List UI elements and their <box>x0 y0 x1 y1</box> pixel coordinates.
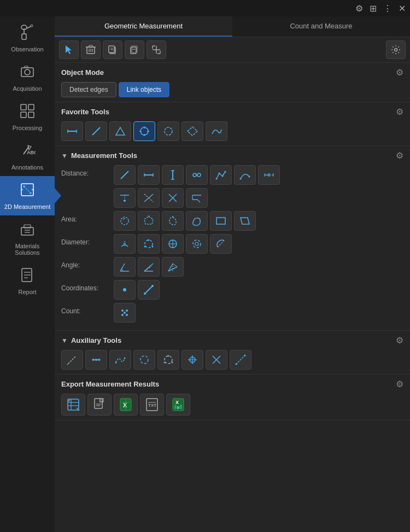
sidebar-item-materials-solutions[interactable]: Materials Solutions <box>0 215 55 261</box>
main-layout: Observation Acquisition P <box>0 16 410 532</box>
distance-callout-tool[interactable] <box>186 188 208 208</box>
area-rectangle-tool[interactable] <box>210 211 232 231</box>
svg-point-128 <box>121 309 124 312</box>
area-label: Area: <box>61 211 110 223</box>
diameter-concentric-tool[interactable] <box>186 234 208 254</box>
svg-point-75 <box>225 171 226 173</box>
paste-btn[interactable] <box>125 40 144 59</box>
fav-diagonal-tool[interactable] <box>85 121 107 141</box>
area-parallelogram-tool[interactable] <box>234 211 256 231</box>
object-mode-gear-icon[interactable]: ⚙ <box>396 67 403 78</box>
svg-line-133 <box>68 356 76 364</box>
export-doc-btn[interactable] <box>87 394 112 416</box>
sidebar-item-2d-measurement[interactable]: 2D Measurement <box>0 176 55 215</box>
sidebar-item-annotations[interactable]: ABC Annotations <box>0 137 55 176</box>
svg-rect-177 <box>180 405 182 409</box>
auxiliary-tools-collapse-arrow[interactable]: ▼ <box>61 337 68 344</box>
distance-line-tool[interactable] <box>114 165 136 185</box>
export-section: Export Measurement Results ⚙ <box>55 375 410 420</box>
measurement-tools-collapse-arrow[interactable]: ▼ <box>61 152 68 160</box>
fav-diamond-tool[interactable] <box>181 121 203 141</box>
svg-rect-9 <box>28 104 34 110</box>
svg-rect-37 <box>109 46 114 52</box>
diameter-arc-tool[interactable] <box>114 234 136 254</box>
svg-point-60 <box>165 127 172 135</box>
auxiliary-tools-gear-icon[interactable]: ⚙ <box>396 335 403 346</box>
fav-triangle-tool[interactable] <box>109 121 131 141</box>
favorite-tools-title: Favorite Tools <box>61 108 109 116</box>
distance-multi-tool[interactable] <box>258 165 280 185</box>
angle-3point-tool[interactable] <box>162 257 184 277</box>
select-tool-btn[interactable] <box>59 40 79 59</box>
angle-bisect-tool[interactable] <box>138 257 160 277</box>
coord-line-tool[interactable] <box>138 280 160 300</box>
distance-point-line-tool[interactable] <box>114 188 136 208</box>
export-filtered-btn[interactable] <box>61 394 85 416</box>
gear-icon[interactable]: ⚙ <box>355 3 363 14</box>
svg-point-127 <box>151 285 154 287</box>
svg-point-104 <box>124 243 126 245</box>
export-excel-btn[interactable]: X <box>114 394 138 416</box>
count-tools <box>114 303 403 323</box>
measurement-tools-section: ▼ Measurement Tools ⚙ Distance: <box>55 146 410 331</box>
area-polygon-tool[interactable] <box>138 211 160 231</box>
export-excel-chart-btn[interactable]: X <box>166 394 190 416</box>
aux-chain-tool[interactable] <box>109 350 131 370</box>
fav-circle-crosshair-tool[interactable] <box>133 121 155 141</box>
measurement-tools-gear-icon[interactable]: ⚙ <box>396 150 403 161</box>
export-gear-icon[interactable]: ⚙ <box>396 379 403 389</box>
svg-line-134 <box>67 364 68 365</box>
tab-geometric-measurement[interactable]: Geometric Measurement <box>55 16 232 37</box>
distance-angle-bisector-tool[interactable] <box>138 188 160 208</box>
more-icon[interactable]: ⋮ <box>383 3 392 14</box>
distance-polyline-tool[interactable] <box>210 165 232 185</box>
distance-curve-tool[interactable] <box>234 165 256 185</box>
aux-selection-circle-tool[interactable] <box>157 350 179 370</box>
grid-icon[interactable]: ⊞ <box>370 3 377 14</box>
aux-center-tool[interactable] <box>181 350 203 370</box>
favorite-tools-gear-icon[interactable]: ⚙ <box>396 107 403 117</box>
area-spline-tool[interactable] <box>162 211 184 231</box>
area-freehand-tool[interactable] <box>114 211 136 231</box>
fav-spline-tool[interactable] <box>206 121 227 141</box>
svg-line-125 <box>145 286 153 294</box>
close-icon[interactable]: ✕ <box>399 3 406 14</box>
distance-vertical-tool[interactable] <box>162 165 184 185</box>
sidebar-item-observation[interactable]: Observation <box>0 19 55 58</box>
sidebar-item-processing[interactable]: Processing <box>0 97 55 137</box>
export-txt-btn[interactable]: TXT <box>140 394 164 416</box>
area-ellipse-tool[interactable] <box>186 211 208 231</box>
angle-simple-tool[interactable] <box>114 257 136 277</box>
distance-chain-tool[interactable] <box>186 165 208 185</box>
diameter-tools <box>114 234 403 254</box>
svg-point-129 <box>126 309 128 312</box>
svg-point-73 <box>219 173 220 174</box>
distance-cross-tool[interactable] <box>162 188 184 208</box>
distance-horizontal-tool[interactable] <box>138 165 160 185</box>
diameter-circle-3pt-tool[interactable] <box>138 234 160 254</box>
aux-dashed-circle-tool[interactable] <box>133 350 155 370</box>
svg-rect-7 <box>25 66 28 68</box>
aux-cross-tool[interactable] <box>206 350 227 370</box>
measurement-tools-title: ▼ Measurement Tools <box>61 151 137 160</box>
fav-line-tool[interactable] <box>61 121 83 141</box>
resize-btn[interactable] <box>147 40 166 59</box>
aux-ruler-tool[interactable] <box>61 350 83 370</box>
diameter-circle-center-tool[interactable] <box>162 234 184 254</box>
fav-open-circle-tool[interactable] <box>157 121 179 141</box>
count-label: Count: <box>61 303 110 315</box>
sidebar-item-acquisition[interactable]: Acquisition <box>0 58 55 97</box>
sidebar-item-report[interactable]: Report <box>0 261 55 301</box>
delete-btn[interactable] <box>81 40 101 59</box>
aux-point-tool[interactable] <box>85 350 107 370</box>
diameter-radius-tool[interactable] <box>210 234 232 254</box>
top-bar: ⚙ ⊞ ⋮ ✕ <box>0 0 410 16</box>
count-dots-tool[interactable] <box>114 303 136 323</box>
toolbar-settings-btn[interactable] <box>386 40 406 59</box>
aux-diagonal-dashed-tool[interactable] <box>230 350 251 370</box>
coord-point-tool[interactable] <box>114 280 136 300</box>
tab-count-and-measure[interactable]: Count and Measure <box>232 16 410 37</box>
detect-edges-btn[interactable]: Detect edges <box>61 82 116 97</box>
copy-btn[interactable] <box>103 40 122 59</box>
link-objects-btn[interactable]: Link objects <box>119 82 169 97</box>
